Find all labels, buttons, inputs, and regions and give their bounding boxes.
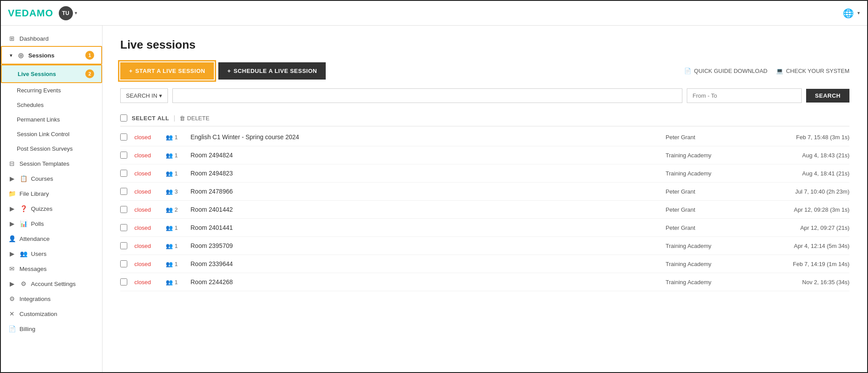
sidebar-label-sessions: Sessions xyxy=(28,52,54,59)
user-avatar-dropdown[interactable]: TU ▾ xyxy=(59,6,77,20)
session-name[interactable]: Room 2401441 xyxy=(190,224,659,231)
row-checkbox[interactable] xyxy=(120,278,127,285)
globe-icon[interactable]: 🌐 xyxy=(843,8,854,19)
schedule-label: SCHEDULE A LIVE SESSION xyxy=(234,68,317,74)
session-name[interactable]: English C1 Winter - Spring course 2024 xyxy=(190,133,659,141)
session-date: Apr 12, 09:28 (3m 1s) xyxy=(761,206,849,213)
session-name[interactable]: Room 2494823 xyxy=(190,170,659,177)
quick-guide-label: QUICK GUIDE DOWNLOAD xyxy=(694,68,767,74)
row-checkbox[interactable] xyxy=(120,133,127,141)
dashboard-icon: ⊞ xyxy=(8,35,16,42)
sidebar-item-post-session-surveys[interactable]: Post Session Surveys xyxy=(1,141,102,156)
search-button[interactable]: SEARCH xyxy=(806,89,849,103)
session-date: Feb 7, 14:19 (1m 14s) xyxy=(761,261,849,267)
sidebar-item-file-library[interactable]: 📁 File Library xyxy=(1,186,102,201)
status-badge: closed xyxy=(134,188,159,195)
session-name[interactable]: Room 2339644 xyxy=(190,260,659,267)
avatar[interactable]: TU xyxy=(59,6,73,20)
session-name[interactable]: Room 2401442 xyxy=(190,206,659,213)
delete-separator: | xyxy=(174,114,175,122)
sidebar-item-account-settings[interactable]: ▶ ⚙ Account Settings xyxy=(1,276,102,291)
delete-button[interactable]: 🗑 DELETE xyxy=(179,115,209,122)
row-checkbox[interactable] xyxy=(120,260,127,267)
row-checkbox[interactable] xyxy=(120,188,127,195)
session-name[interactable]: Room 2244268 xyxy=(190,278,659,285)
participants: 👥 1 xyxy=(166,134,183,141)
participants: 👥 3 xyxy=(166,188,183,195)
quick-guide-link[interactable]: 📄 QUICK GUIDE DOWNLOAD xyxy=(684,68,767,74)
session-date: Feb 7, 15:48 (3m 1s) xyxy=(761,134,849,141)
sidebar-item-integrations[interactable]: ⚙ Integrations xyxy=(1,291,102,306)
sidebar-item-users[interactable]: ▶ 👥 Users xyxy=(1,246,102,261)
sidebar-label-dashboard: Dashboard xyxy=(19,35,49,42)
participants-icon: 👥 xyxy=(166,188,173,195)
row-checkbox[interactable] xyxy=(120,242,127,249)
select-all-checkbox[interactable] xyxy=(120,114,127,122)
participants-icon: 👥 xyxy=(166,206,173,213)
sidebar-label-permanent-links: Permanent Links xyxy=(17,116,60,123)
session-owner: Peter Grant xyxy=(666,188,754,195)
navbar: VEDAMO TU ▾ 🌐 ▾ xyxy=(1,1,867,26)
toolbar: + START A LIVE SESSION + SCHEDULE A LIVE… xyxy=(120,62,849,80)
table-row: closed 👥 1 English C1 Winter - Spring co… xyxy=(120,128,849,146)
sidebar-item-schedules[interactable]: Schedules xyxy=(1,98,102,112)
row-checkbox[interactable] xyxy=(120,170,127,177)
status-badge: closed xyxy=(134,279,159,285)
sidebar-item-billing[interactable]: 📄 Billing xyxy=(1,321,102,336)
search-in-button[interactable]: SEARCH IN ▾ xyxy=(120,88,168,103)
session-name[interactable]: Room 2395709 xyxy=(190,242,659,249)
search-in-chevron: ▾ xyxy=(159,92,162,99)
sidebar-item-polls[interactable]: ▶ 📊 Polls xyxy=(1,216,102,231)
participants-icon: 👥 xyxy=(166,261,173,267)
toolbar-right: 📄 QUICK GUIDE DOWNLOAD 💻 CHECK YOUR SYST… xyxy=(684,68,849,74)
sidebar-item-live-sessions[interactable]: Live Sessions 2 xyxy=(1,65,102,83)
row-checkbox[interactable] xyxy=(120,224,127,231)
sidebar-label-recurring-events: Recurring Events xyxy=(17,87,61,94)
row-checkbox[interactable] xyxy=(120,152,127,159)
session-date: Aug 4, 18:43 (21s) xyxy=(761,152,849,159)
sidebar-item-sessions[interactable]: ▼ ◎ Sessions 1 xyxy=(1,46,102,65)
account-settings-icon: ⚙ xyxy=(19,280,27,287)
table-row: closed 👥 1 Room 2494823 Training Academy… xyxy=(120,164,849,183)
row-checkbox[interactable] xyxy=(120,206,127,213)
avatar-chevron[interactable]: ▾ xyxy=(75,10,77,16)
table-row: closed 👥 1 Room 2494824 Training Academy… xyxy=(120,146,849,164)
sidebar-item-session-link-control[interactable]: Session Link Control xyxy=(1,127,102,141)
sidebar-item-recurring-events[interactable]: Recurring Events xyxy=(1,83,102,98)
participants: 👥 1 xyxy=(166,225,183,231)
session-date: Nov 2, 16:35 (34s) xyxy=(761,279,849,285)
sidebar-item-dashboard[interactable]: ⊞ Dashboard xyxy=(1,31,102,46)
sidebar-item-quizzes[interactable]: ▶ ❓ Quizzes xyxy=(1,201,102,216)
check-system-link[interactable]: 💻 CHECK YOUR SYSTEM xyxy=(776,68,849,74)
search-input[interactable] xyxy=(172,88,682,103)
participants: 👥 2 xyxy=(166,206,183,213)
date-range-input[interactable] xyxy=(687,88,802,103)
session-name[interactable]: Room 2494824 xyxy=(190,152,659,159)
sidebar-item-customization[interactable]: ✕ Customization xyxy=(1,306,102,321)
quizzes-arrow-icon: ▶ xyxy=(8,205,16,212)
sidebar-item-permanent-links[interactable]: Permanent Links xyxy=(1,112,102,127)
sidebar-item-courses[interactable]: ▶ 📋 Courses xyxy=(1,171,102,186)
participants-icon: 👥 xyxy=(166,152,173,159)
sidebar-label-account-settings: Account Settings xyxy=(31,281,76,287)
sidebar-label-live-sessions: Live Sessions xyxy=(18,71,56,77)
participants-icon: 👥 xyxy=(166,279,173,285)
navbar-right[interactable]: 🌐 ▾ xyxy=(843,8,860,19)
logo: VEDAMO xyxy=(8,8,53,19)
main-content: Live sessions + START A LIVE SESSION + S… xyxy=(103,26,867,372)
sidebar-item-session-templates[interactable]: ⊟ Session Templates xyxy=(1,156,102,171)
table-row: closed 👥 3 Room 2478966 Peter Grant Jul … xyxy=(120,183,849,201)
sidebar-item-messages[interactable]: ✉ Messages xyxy=(1,261,102,276)
sidebar-label-polls: Polls xyxy=(31,221,44,227)
start-live-session-button[interactable]: + START A LIVE SESSION xyxy=(120,62,214,80)
schedule-live-session-button[interactable]: + SCHEDULE A LIVE SESSION xyxy=(218,62,326,80)
participants-icon: 👥 xyxy=(166,243,173,249)
session-owner: Training Academy xyxy=(666,170,754,177)
select-all-label[interactable]: SELECT ALL xyxy=(132,115,169,122)
globe-chevron[interactable]: ▾ xyxy=(857,10,860,16)
session-list: closed 👥 1 English C1 Winter - Spring co… xyxy=(120,128,849,291)
status-badge: closed xyxy=(134,206,159,213)
sidebar-item-attendance[interactable]: 👤 Attendance xyxy=(1,231,102,246)
participants: 👥 1 xyxy=(166,170,183,177)
session-name[interactable]: Room 2478966 xyxy=(190,188,659,195)
